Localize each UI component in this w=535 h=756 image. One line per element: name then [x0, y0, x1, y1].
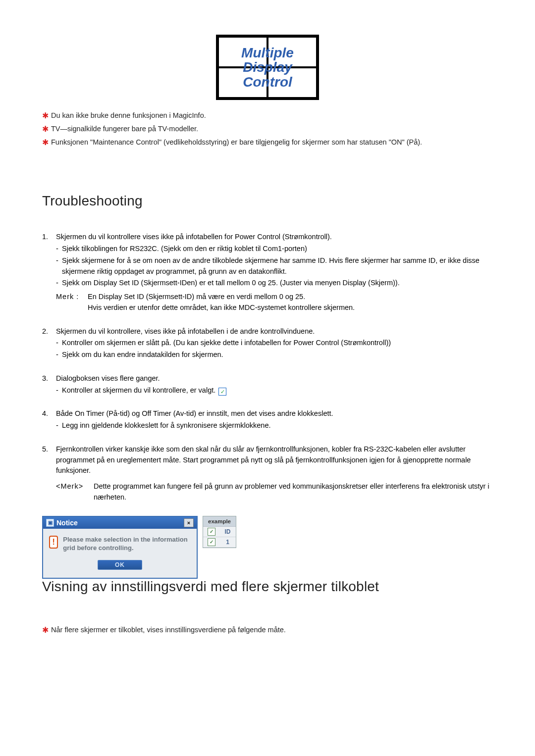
item-number: 3.: [42, 373, 56, 396]
list-item: 1. Skjermen du vil kontrollere vises ikk…: [42, 232, 493, 313]
note-label: <Merk>: [56, 481, 94, 503]
list-item: 3. Dialogboksen vises flere ganger. - Ko…: [42, 373, 493, 396]
sub-text: Sjekk om du kan endre inndatakilden for …: [62, 350, 223, 360]
logo-wrap: Multiple Display Control: [42, 35, 493, 100]
warning-icon: !: [49, 536, 58, 549]
list-item: 2. Skjermen du vil kontrollere, vises ik…: [42, 326, 493, 360]
header-check-cell: ✓: [203, 528, 219, 536]
star-icon: ✱: [42, 110, 51, 122]
dash-icon: -: [56, 338, 62, 349]
sub-text: Legg inn gjeldende klokkeslett for å syn…: [62, 420, 271, 431]
star-text: Når flere skjermer er tilkoblet, vises i…: [51, 624, 493, 637]
item-body: Skjermen du vil kontrollere vises ikke p…: [56, 232, 493, 313]
merk-row: Merk : En Display Set ID (Skjermsett-ID)…: [56, 292, 493, 313]
app-icon: ▣: [46, 519, 54, 527]
dash-icon: -: [56, 255, 62, 277]
checkbox-icon: ✓: [218, 388, 226, 396]
list-item: 5. Fjernkontrollen virker kanskje ikke s…: [42, 444, 493, 503]
check-icon: ✓: [208, 528, 215, 536]
header-id-cell: ID: [219, 528, 236, 535]
dash-icon: -: [56, 385, 62, 396]
star-text: Funksjonen "Maintenance Control" (vedlik…: [51, 137, 493, 149]
star-icon: ✱: [42, 123, 51, 136]
row-id-cell: 1: [219, 539, 236, 546]
item-lead: Fjernkontrollen virker kanskje ikke som …: [56, 444, 493, 476]
example-side-panel: example ✓ ID ✓ 1: [203, 516, 236, 548]
close-button[interactable]: ×: [184, 518, 194, 527]
bottom-star-list: ✱ Når flere skjermer er tilkoblet, vises…: [42, 624, 493, 637]
dash-icon: -: [56, 420, 62, 431]
note-text: Dette programmet kan fungere feil på gru…: [94, 481, 493, 503]
star-item: ✱ Når flere skjermer er tilkoblet, vises…: [42, 624, 493, 637]
dialog-example-wrap: ▣ Notice × ! Please make selection in th…: [42, 516, 493, 579]
logo-grid: Multiple Display Control: [216, 35, 319, 100]
item-body: Fjernkontrollen virker kanskje ikke som …: [56, 444, 493, 503]
sub-text: Kontroller at skjermen du vil kontroller…: [62, 385, 226, 396]
notice-dialog: ▣ Notice × ! Please make selection in th…: [42, 516, 198, 579]
dash-icon: -: [56, 244, 62, 254]
sub-point: -Sjekk om du kan endre inndatakilden for…: [56, 350, 493, 360]
check-icon: ✓: [208, 538, 215, 546]
numbered-list: 1. Skjermen du vil kontrollere vises ikk…: [42, 232, 493, 503]
dialog-message: Please make selection in the information…: [63, 536, 191, 553]
sub-text-inner: Kontroller at skjermen du vil kontroller…: [62, 386, 215, 394]
note-row: <Merk> Dette programmet kan fungere feil…: [56, 481, 493, 503]
item-number: 2.: [42, 326, 56, 360]
document-page: Multiple Display Control ✱ Du kan ikke b…: [0, 0, 535, 711]
logo-cell: [268, 67, 317, 98]
sub-text: Sjekk om Display Set ID (Skjermsett-IDen…: [62, 278, 400, 289]
dialog-content: ! Please make selection in the informati…: [49, 536, 191, 553]
item-body: Skjermen du vil kontrollere, vises ikke …: [56, 326, 493, 360]
star-icon: ✱: [42, 137, 51, 149]
star-item: ✱ Funksjonen "Maintenance Control" (vedl…: [42, 137, 493, 149]
dialog-titlebar: ▣ Notice ×: [43, 517, 197, 529]
dialog-body: ! Please make selection in the informati…: [43, 529, 197, 578]
star-item: ✱ Du kan ikke bruke denne funksjonen i M…: [42, 110, 493, 122]
heading-display-settings: Visning av innstillingsverdi med flere s…: [42, 579, 493, 595]
merk-label: Merk :: [56, 292, 88, 313]
item-number: 5.: [42, 444, 56, 503]
side-panel-head: example: [203, 516, 236, 527]
item-number: 1.: [42, 232, 56, 313]
sub-point: - Kontroller at skjermen du vil kontroll…: [56, 385, 493, 396]
merk-text: En Display Set ID (Skjermsett-ID) må vær…: [88, 292, 493, 313]
item-number: 4.: [42, 408, 56, 431]
logo-cell: [218, 67, 268, 98]
logo-cell: [218, 37, 268, 67]
heading-troubleshooting: Troubleshooting: [42, 193, 493, 209]
side-panel-data-row: ✓ 1: [203, 537, 236, 548]
sub-point: -Sjekk tilkoblingen for RS232C. (Sjekk o…: [56, 244, 493, 254]
sub-text: Kontroller om skjermen er slått på. (Du …: [62, 338, 391, 349]
side-panel-header-row: ✓ ID: [203, 527, 236, 537]
item-lead: Skjermen du vil kontrollere vises ikke p…: [56, 232, 493, 243]
ok-button[interactable]: OK: [98, 560, 142, 570]
star-text: TV—signalkilde fungerer bare på TV-model…: [51, 123, 493, 136]
sub-text: Sjekk tilkoblingen for RS232C. (Sjekk om…: [62, 244, 307, 254]
item-lead: Skjermen du vil kontrollere, vises ikke …: [56, 326, 493, 337]
dialog-title-text: Notice: [56, 519, 78, 527]
sub-text: Sjekk skjermene for å se om noen av de a…: [62, 255, 493, 277]
row-check-cell: ✓: [203, 538, 219, 546]
sub-point: -Kontroller om skjermen er slått på. (Du…: [56, 338, 493, 349]
star-text: Du kan ikke bruke denne funksjonen i Mag…: [51, 110, 493, 122]
dialog-title-left: ▣ Notice: [46, 519, 78, 527]
star-icon: ✱: [42, 624, 51, 637]
item-lead: Både On Timer (På-tid) og Off Timer (Av-…: [56, 408, 493, 419]
dash-icon: -: [56, 350, 62, 360]
sub-point: -Sjekk skjermene for å se om noen av de …: [56, 255, 493, 277]
top-star-list: ✱ Du kan ikke bruke denne funksjonen i M…: [42, 110, 493, 149]
sub-point: -Legg inn gjeldende klokkeslett for å sy…: [56, 420, 493, 431]
sub-point: -Sjekk om Display Set ID (Skjermsett-IDe…: [56, 278, 493, 289]
list-item: 4. Både On Timer (På-tid) og Off Timer (…: [42, 408, 493, 431]
item-lead: Dialogboksen vises flere ganger.: [56, 373, 493, 384]
star-item: ✱ TV—signalkilde fungerer bare på TV-mod…: [42, 123, 493, 136]
dash-icon: -: [56, 278, 62, 289]
item-body: Dialogboksen vises flere ganger. - Kontr…: [56, 373, 493, 396]
logo-cell: [268, 37, 317, 67]
item-body: Både On Timer (På-tid) og Off Timer (Av-…: [56, 408, 493, 431]
